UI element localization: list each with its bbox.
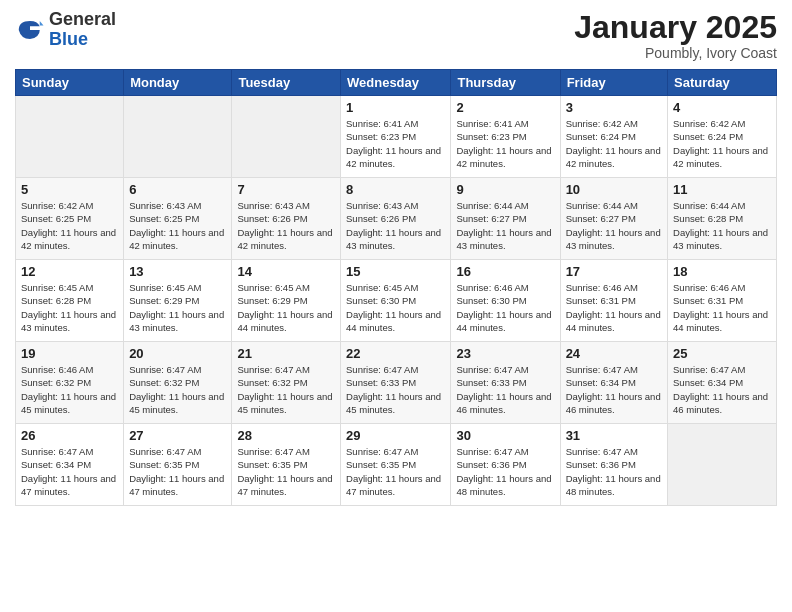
calendar-cell: 15Sunrise: 6:45 AMSunset: 6:30 PMDayligh… [341,260,451,342]
week-row-3: 12Sunrise: 6:45 AMSunset: 6:28 PMDayligh… [16,260,777,342]
day-number: 23 [456,346,554,361]
day-number: 3 [566,100,662,115]
header-tuesday: Tuesday [232,70,341,96]
day-number: 19 [21,346,118,361]
day-number: 25 [673,346,771,361]
location-subtitle: Poumbly, Ivory Coast [574,45,777,61]
calendar-cell: 19Sunrise: 6:46 AMSunset: 6:32 PMDayligh… [16,342,124,424]
header: General Blue January 2025 Poumbly, Ivory… [15,10,777,61]
logo-general: General [49,9,116,29]
day-info: Sunrise: 6:47 AMSunset: 6:34 PMDaylight:… [21,445,118,498]
day-info: Sunrise: 6:44 AMSunset: 6:27 PMDaylight:… [456,199,554,252]
day-info: Sunrise: 6:43 AMSunset: 6:25 PMDaylight:… [129,199,226,252]
week-row-5: 26Sunrise: 6:47 AMSunset: 6:34 PMDayligh… [16,424,777,506]
calendar-cell: 31Sunrise: 6:47 AMSunset: 6:36 PMDayligh… [560,424,667,506]
day-number: 5 [21,182,118,197]
day-info: Sunrise: 6:44 AMSunset: 6:27 PMDaylight:… [566,199,662,252]
calendar-cell: 27Sunrise: 6:47 AMSunset: 6:35 PMDayligh… [124,424,232,506]
day-info: Sunrise: 6:43 AMSunset: 6:26 PMDaylight:… [346,199,445,252]
calendar-cell: 23Sunrise: 6:47 AMSunset: 6:33 PMDayligh… [451,342,560,424]
calendar-cell: 6Sunrise: 6:43 AMSunset: 6:25 PMDaylight… [124,178,232,260]
calendar-cell: 11Sunrise: 6:44 AMSunset: 6:28 PMDayligh… [668,178,777,260]
calendar-cell: 30Sunrise: 6:47 AMSunset: 6:36 PMDayligh… [451,424,560,506]
calendar-cell: 12Sunrise: 6:45 AMSunset: 6:28 PMDayligh… [16,260,124,342]
day-info: Sunrise: 6:47 AMSunset: 6:35 PMDaylight:… [237,445,335,498]
day-number: 21 [237,346,335,361]
week-row-2: 5Sunrise: 6:42 AMSunset: 6:25 PMDaylight… [16,178,777,260]
day-number: 9 [456,182,554,197]
day-info: Sunrise: 6:41 AMSunset: 6:23 PMDaylight:… [346,117,445,170]
header-thursday: Thursday [451,70,560,96]
logo-text: General Blue [49,10,116,50]
calendar-cell: 26Sunrise: 6:47 AMSunset: 6:34 PMDayligh… [16,424,124,506]
header-friday: Friday [560,70,667,96]
calendar-cell: 1Sunrise: 6:41 AMSunset: 6:23 PMDaylight… [341,96,451,178]
day-number: 4 [673,100,771,115]
day-info: Sunrise: 6:47 AMSunset: 6:36 PMDaylight:… [566,445,662,498]
day-number: 11 [673,182,771,197]
calendar-cell: 7Sunrise: 6:43 AMSunset: 6:26 PMDaylight… [232,178,341,260]
day-info: Sunrise: 6:42 AMSunset: 6:25 PMDaylight:… [21,199,118,252]
month-title: January 2025 [574,10,777,45]
day-number: 31 [566,428,662,443]
day-number: 18 [673,264,771,279]
calendar-cell: 4Sunrise: 6:42 AMSunset: 6:24 PMDaylight… [668,96,777,178]
logo: General Blue [15,10,116,50]
day-number: 15 [346,264,445,279]
calendar-cell: 13Sunrise: 6:45 AMSunset: 6:29 PMDayligh… [124,260,232,342]
calendar-cell [668,424,777,506]
day-number: 1 [346,100,445,115]
day-number: 7 [237,182,335,197]
day-info: Sunrise: 6:47 AMSunset: 6:33 PMDaylight:… [456,363,554,416]
calendar-cell: 18Sunrise: 6:46 AMSunset: 6:31 PMDayligh… [668,260,777,342]
day-info: Sunrise: 6:41 AMSunset: 6:23 PMDaylight:… [456,117,554,170]
day-number: 12 [21,264,118,279]
calendar-cell [124,96,232,178]
day-info: Sunrise: 6:47 AMSunset: 6:34 PMDaylight:… [673,363,771,416]
page: General Blue January 2025 Poumbly, Ivory… [0,0,792,612]
calendar-cell: 8Sunrise: 6:43 AMSunset: 6:26 PMDaylight… [341,178,451,260]
day-number: 10 [566,182,662,197]
day-number: 26 [21,428,118,443]
day-info: Sunrise: 6:47 AMSunset: 6:35 PMDaylight:… [346,445,445,498]
calendar-cell [16,96,124,178]
day-info: Sunrise: 6:47 AMSunset: 6:32 PMDaylight:… [129,363,226,416]
day-info: Sunrise: 6:46 AMSunset: 6:30 PMDaylight:… [456,281,554,334]
week-row-1: 1Sunrise: 6:41 AMSunset: 6:23 PMDaylight… [16,96,777,178]
week-row-4: 19Sunrise: 6:46 AMSunset: 6:32 PMDayligh… [16,342,777,424]
header-monday: Monday [124,70,232,96]
day-number: 2 [456,100,554,115]
day-number: 13 [129,264,226,279]
day-number: 8 [346,182,445,197]
day-info: Sunrise: 6:47 AMSunset: 6:35 PMDaylight:… [129,445,226,498]
calendar-cell: 16Sunrise: 6:46 AMSunset: 6:30 PMDayligh… [451,260,560,342]
day-info: Sunrise: 6:43 AMSunset: 6:26 PMDaylight:… [237,199,335,252]
calendar-cell: 9Sunrise: 6:44 AMSunset: 6:27 PMDaylight… [451,178,560,260]
day-number: 22 [346,346,445,361]
day-info: Sunrise: 6:46 AMSunset: 6:32 PMDaylight:… [21,363,118,416]
day-number: 27 [129,428,226,443]
day-info: Sunrise: 6:45 AMSunset: 6:30 PMDaylight:… [346,281,445,334]
day-number: 16 [456,264,554,279]
title-area: January 2025 Poumbly, Ivory Coast [574,10,777,61]
header-sunday: Sunday [16,70,124,96]
calendar-cell: 22Sunrise: 6:47 AMSunset: 6:33 PMDayligh… [341,342,451,424]
calendar-cell: 5Sunrise: 6:42 AMSunset: 6:25 PMDaylight… [16,178,124,260]
calendar-cell: 3Sunrise: 6:42 AMSunset: 6:24 PMDaylight… [560,96,667,178]
calendar-cell: 28Sunrise: 6:47 AMSunset: 6:35 PMDayligh… [232,424,341,506]
day-info: Sunrise: 6:45 AMSunset: 6:29 PMDaylight:… [237,281,335,334]
calendar-cell: 29Sunrise: 6:47 AMSunset: 6:35 PMDayligh… [341,424,451,506]
day-number: 20 [129,346,226,361]
calendar-cell: 20Sunrise: 6:47 AMSunset: 6:32 PMDayligh… [124,342,232,424]
day-info: Sunrise: 6:44 AMSunset: 6:28 PMDaylight:… [673,199,771,252]
calendar-cell: 25Sunrise: 6:47 AMSunset: 6:34 PMDayligh… [668,342,777,424]
calendar-cell: 10Sunrise: 6:44 AMSunset: 6:27 PMDayligh… [560,178,667,260]
day-number: 24 [566,346,662,361]
day-info: Sunrise: 6:46 AMSunset: 6:31 PMDaylight:… [566,281,662,334]
calendar: Sunday Monday Tuesday Wednesday Thursday… [15,69,777,506]
day-number: 6 [129,182,226,197]
day-info: Sunrise: 6:47 AMSunset: 6:32 PMDaylight:… [237,363,335,416]
day-info: Sunrise: 6:45 AMSunset: 6:29 PMDaylight:… [129,281,226,334]
weekday-header-row: Sunday Monday Tuesday Wednesday Thursday… [16,70,777,96]
calendar-cell: 2Sunrise: 6:41 AMSunset: 6:23 PMDaylight… [451,96,560,178]
